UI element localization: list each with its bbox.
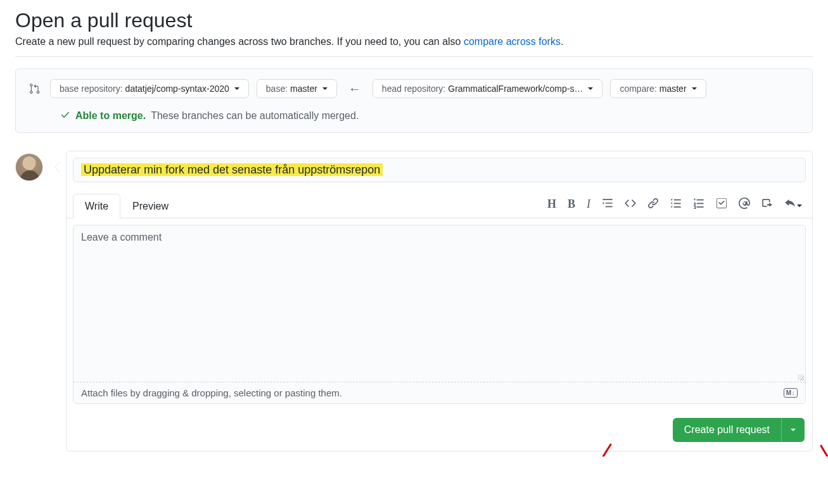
merge-status: Able to merge. These branches can be aut… [60, 110, 801, 122]
italic-icon[interactable]: I [587, 198, 590, 211]
base-branch-selector[interactable]: base: master [257, 79, 337, 98]
resize-grip[interactable] [798, 374, 804, 381]
caret-down-icon [588, 87, 593, 92]
create-pull-request-button[interactable]: Create pull request [673, 418, 781, 442]
quote-icon[interactable] [602, 198, 613, 211]
create-pull-request-button-group: Create pull request [673, 418, 805, 442]
avatar[interactable] [15, 153, 43, 181]
comment-textarea[interactable]: Leave a comment [73, 225, 805, 382]
caret-down-icon [322, 87, 328, 92]
page-subtitle: Create a new pull request by comparing c… [15, 36, 813, 47]
mention-icon[interactable] [739, 198, 750, 211]
compare-branch-selector[interactable]: compare: master [610, 79, 706, 98]
code-icon[interactable] [625, 198, 636, 211]
bold-icon[interactable]: B [568, 198, 575, 211]
git-compare-icon [27, 83, 42, 94]
markdown-toolbar: H B I [544, 194, 806, 218]
highlighted-text: Uppdaterar min fork med det senaste från… [81, 163, 383, 176]
page-title: Open a pull request [15, 9, 813, 32]
able-to-merge-text: Able to merge. [75, 110, 146, 122]
numbered-list-icon[interactable] [693, 198, 704, 211]
check-icon [60, 110, 70, 122]
header-divider [15, 56, 813, 57]
pr-title-input[interactable]: Uppdaterar min fork med det senaste från… [73, 158, 806, 182]
link-icon[interactable] [647, 198, 659, 211]
reply-icon[interactable] [784, 198, 802, 211]
create-pull-request-dropdown[interactable] [781, 418, 805, 442]
compare-box: base repository: datatjej/comp-syntax-20… [15, 68, 813, 133]
bullet-list-icon[interactable] [670, 198, 682, 211]
task-list-icon[interactable] [716, 198, 727, 211]
caret-down-icon [797, 205, 802, 210]
caret-down-icon [791, 429, 796, 434]
markdown-badge-icon[interactable]: M↓ [784, 388, 798, 398]
comment-box: Uppdaterar min fork med det senaste från… [66, 151, 813, 451]
compare-across-forks-link[interactable]: compare across forks [464, 36, 561, 47]
arrow-left-icon: ← [345, 82, 365, 96]
base-repo-selector[interactable]: base repository: datatjej/comp-syntax-20… [50, 79, 249, 98]
merge-description: These branches can be automatically merg… [151, 110, 359, 122]
preview-tab[interactable]: Preview [120, 194, 181, 218]
comment-placeholder: Leave a comment [81, 232, 162, 243]
annotation-strokes [812, 441, 828, 457]
head-repo-selector[interactable]: head repository: GrammaticalFramework/co… [373, 79, 603, 98]
caret-down-icon [692, 87, 697, 92]
attach-hint[interactable]: Attach files by dragging & dropping, sel… [81, 387, 342, 398]
write-tab[interactable]: Write [73, 194, 120, 218]
cross-reference-icon[interactable] [761, 198, 773, 211]
caret-down-icon [234, 87, 239, 92]
heading-icon[interactable]: H [547, 198, 556, 211]
